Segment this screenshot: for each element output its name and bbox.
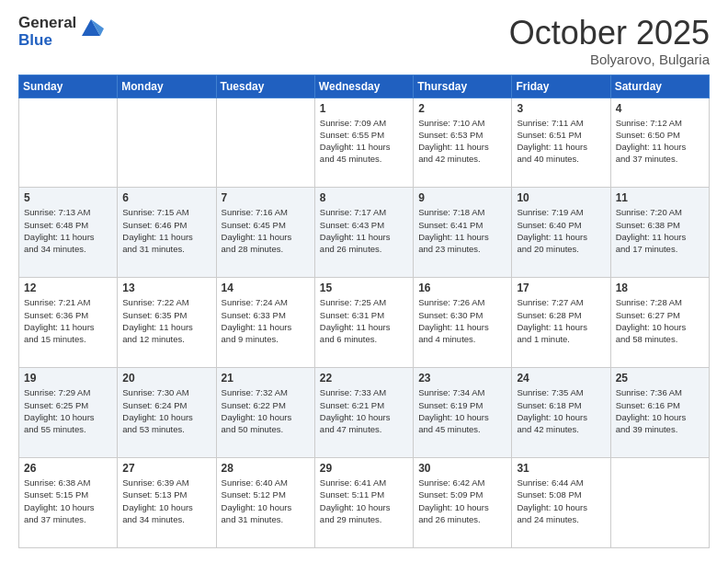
col-sunday: Sunday	[19, 75, 118, 98]
day-number: 17	[517, 282, 605, 294]
table-row: 23Sunrise: 7:34 AM Sunset: 6:19 PM Dayli…	[414, 368, 512, 458]
table-row: 25Sunrise: 7:36 AM Sunset: 6:16 PM Dayli…	[610, 368, 709, 458]
logo-icon	[78, 16, 104, 41]
day-number: 5	[24, 191, 112, 204]
day-info: Sunrise: 7:20 AM Sunset: 6:38 PM Dayligh…	[616, 206, 704, 255]
table-row: 31Sunrise: 6:44 AM Sunset: 5:08 PM Dayli…	[512, 458, 610, 548]
day-info: Sunrise: 6:38 AM Sunset: 5:15 PM Dayligh…	[24, 477, 112, 525]
day-number: 16	[418, 282, 506, 294]
table-row	[19, 98, 118, 188]
day-info: Sunrise: 7:16 AM Sunset: 6:45 PM Dayligh…	[222, 206, 310, 255]
table-row: 4Sunrise: 7:12 AM Sunset: 6:50 PM Daylig…	[610, 98, 709, 188]
day-number: 21	[222, 372, 310, 385]
day-info: Sunrise: 7:28 AM Sunset: 6:27 PM Dayligh…	[616, 296, 704, 345]
table-row: 10Sunrise: 7:19 AM Sunset: 6:40 PM Dayli…	[512, 188, 610, 278]
col-saturday: Saturday	[610, 75, 709, 98]
title-block: October 2025 Bolyarovo, Bulgaria	[509, 15, 710, 67]
col-thursday: Thursday	[414, 75, 512, 98]
calendar-week-0: 1Sunrise: 7:09 AM Sunset: 6:55 PM Daylig…	[19, 98, 710, 188]
table-row: 5Sunrise: 7:13 AM Sunset: 6:48 PM Daylig…	[19, 188, 118, 278]
table-row: 22Sunrise: 7:33 AM Sunset: 6:21 PM Dayli…	[314, 368, 413, 458]
table-row	[118, 98, 216, 188]
day-number: 22	[320, 372, 408, 385]
col-wednesday: Wednesday	[314, 75, 413, 98]
day-info: Sunrise: 6:40 AM Sunset: 5:12 PM Dayligh…	[222, 477, 310, 525]
day-info: Sunrise: 7:22 AM Sunset: 6:35 PM Dayligh…	[122, 296, 210, 345]
day-info: Sunrise: 7:30 AM Sunset: 6:24 PM Dayligh…	[122, 386, 210, 435]
day-number: 12	[24, 282, 112, 294]
day-number: 6	[122, 191, 210, 204]
table-row: 16Sunrise: 7:26 AM Sunset: 6:30 PM Dayli…	[414, 278, 512, 368]
day-info: Sunrise: 7:18 AM Sunset: 6:41 PM Dayligh…	[418, 206, 506, 255]
day-info: Sunrise: 7:34 AM Sunset: 6:19 PM Dayligh…	[418, 386, 506, 435]
day-info: Sunrise: 7:35 AM Sunset: 6:18 PM Dayligh…	[517, 386, 605, 435]
calendar-week-1: 5Sunrise: 7:13 AM Sunset: 6:48 PM Daylig…	[19, 188, 710, 278]
table-row: 18Sunrise: 7:28 AM Sunset: 6:27 PM Dayli…	[610, 278, 709, 368]
day-info: Sunrise: 7:15 AM Sunset: 6:46 PM Dayligh…	[122, 206, 210, 255]
month-title: October 2025	[509, 15, 710, 52]
day-number: 9	[418, 191, 506, 204]
day-number: 24	[517, 372, 605, 385]
day-number: 23	[418, 372, 506, 385]
day-info: Sunrise: 7:24 AM Sunset: 6:33 PM Dayligh…	[222, 296, 310, 345]
day-number: 14	[222, 282, 310, 294]
day-number: 31	[517, 462, 605, 475]
day-info: Sunrise: 7:25 AM Sunset: 6:31 PM Dayligh…	[320, 296, 408, 345]
table-row: 14Sunrise: 7:24 AM Sunset: 6:33 PM Dayli…	[216, 278, 314, 368]
table-row: 20Sunrise: 7:30 AM Sunset: 6:24 PM Dayli…	[118, 368, 216, 458]
day-number: 10	[517, 191, 605, 204]
table-row: 1Sunrise: 7:09 AM Sunset: 6:55 PM Daylig…	[314, 98, 413, 188]
day-info: Sunrise: 7:12 AM Sunset: 6:50 PM Dayligh…	[616, 117, 704, 166]
day-number: 2	[418, 102, 506, 115]
table-row: 19Sunrise: 7:29 AM Sunset: 6:25 PM Dayli…	[19, 368, 118, 458]
day-number: 30	[418, 462, 506, 475]
logo-text: General Blue	[18, 15, 76, 49]
day-number: 11	[616, 191, 704, 204]
table-row: 8Sunrise: 7:17 AM Sunset: 6:43 PM Daylig…	[314, 188, 413, 278]
day-number: 1	[320, 102, 408, 115]
day-info: Sunrise: 7:26 AM Sunset: 6:30 PM Dayligh…	[418, 296, 506, 345]
col-tuesday: Tuesday	[216, 75, 314, 98]
day-info: Sunrise: 6:42 AM Sunset: 5:09 PM Dayligh…	[418, 477, 506, 525]
logo: General Blue	[18, 15, 104, 49]
location: Bolyarovo, Bulgaria	[509, 52, 710, 67]
table-row: 7Sunrise: 7:16 AM Sunset: 6:45 PM Daylig…	[216, 188, 314, 278]
day-info: Sunrise: 7:19 AM Sunset: 6:40 PM Dayligh…	[517, 206, 605, 255]
col-friday: Friday	[512, 75, 610, 98]
day-number: 28	[222, 462, 310, 475]
day-number: 25	[616, 372, 704, 385]
table-row: 24Sunrise: 7:35 AM Sunset: 6:18 PM Dayli…	[512, 368, 610, 458]
calendar-week-3: 19Sunrise: 7:29 AM Sunset: 6:25 PM Dayli…	[19, 368, 710, 458]
logo-general: General	[18, 15, 76, 32]
table-row: 15Sunrise: 7:25 AM Sunset: 6:31 PM Dayli…	[314, 278, 413, 368]
day-number: 27	[122, 462, 210, 475]
table-row: 9Sunrise: 7:18 AM Sunset: 6:41 PM Daylig…	[414, 188, 512, 278]
day-number: 19	[24, 372, 112, 385]
day-info: Sunrise: 7:17 AM Sunset: 6:43 PM Dayligh…	[320, 206, 408, 255]
day-info: Sunrise: 7:09 AM Sunset: 6:55 PM Dayligh…	[320, 117, 408, 166]
day-info: Sunrise: 7:27 AM Sunset: 6:28 PM Dayligh…	[517, 296, 605, 345]
day-number: 20	[122, 372, 210, 385]
day-number: 3	[517, 102, 605, 115]
table-row: 28Sunrise: 6:40 AM Sunset: 5:12 PM Dayli…	[216, 458, 314, 548]
table-row: 30Sunrise: 6:42 AM Sunset: 5:09 PM Dayli…	[414, 458, 512, 548]
day-number: 8	[320, 191, 408, 204]
table-row: 12Sunrise: 7:21 AM Sunset: 6:36 PM Dayli…	[19, 278, 118, 368]
day-info: Sunrise: 6:44 AM Sunset: 5:08 PM Dayligh…	[517, 477, 605, 525]
table-row: 3Sunrise: 7:11 AM Sunset: 6:51 PM Daylig…	[512, 98, 610, 188]
day-info: Sunrise: 7:21 AM Sunset: 6:36 PM Dayligh…	[24, 296, 112, 345]
table-row: 11Sunrise: 7:20 AM Sunset: 6:38 PM Dayli…	[610, 188, 709, 278]
table-row: 13Sunrise: 7:22 AM Sunset: 6:35 PM Dayli…	[118, 278, 216, 368]
day-number: 7	[222, 191, 310, 204]
table-row	[610, 458, 709, 548]
table-row: 17Sunrise: 7:27 AM Sunset: 6:28 PM Dayli…	[512, 278, 610, 368]
day-info: Sunrise: 7:13 AM Sunset: 6:48 PM Dayligh…	[24, 206, 112, 255]
header: General Blue October 2025 Bolyarovo, Bul…	[18, 15, 710, 67]
table-row: 2Sunrise: 7:10 AM Sunset: 6:53 PM Daylig…	[414, 98, 512, 188]
day-info: Sunrise: 7:32 AM Sunset: 6:22 PM Dayligh…	[222, 386, 310, 435]
day-number: 29	[320, 462, 408, 475]
calendar-week-2: 12Sunrise: 7:21 AM Sunset: 6:36 PM Dayli…	[19, 278, 710, 368]
day-number: 26	[24, 462, 112, 475]
day-info: Sunrise: 6:41 AM Sunset: 5:11 PM Dayligh…	[320, 477, 408, 525]
day-info: Sunrise: 7:11 AM Sunset: 6:51 PM Dayligh…	[517, 117, 605, 166]
